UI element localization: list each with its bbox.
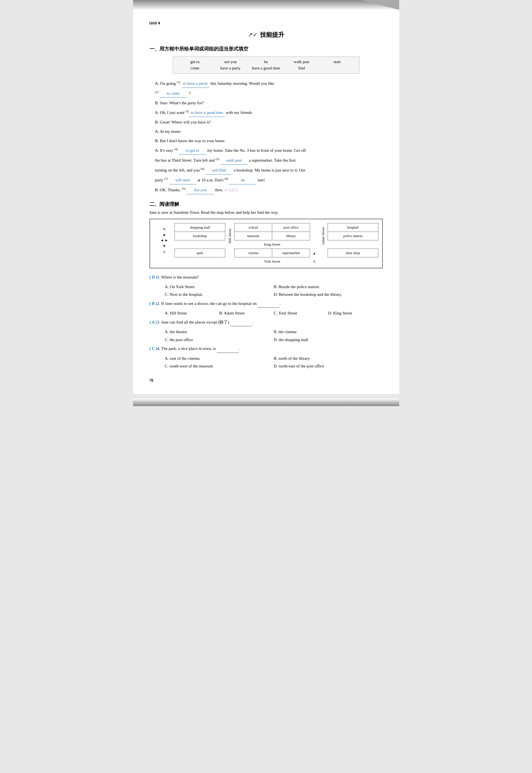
- sup-num-3: (3): [185, 109, 189, 113]
- library-cell: library: [272, 232, 310, 240]
- police-station-cell: police station: [328, 232, 378, 240]
- blank-answer-8: be: [229, 176, 257, 184]
- word-item: [321, 66, 354, 71]
- map-row-2: bookshop museum library police station: [154, 232, 378, 240]
- park-cell: park: [175, 249, 225, 257]
- page-number: 70: [150, 378, 383, 383]
- q3-option-c: C. the post office: [165, 336, 274, 344]
- dialogue-line-a2: A: Oh, I just want (3)to have a good tim…: [150, 108, 383, 117]
- q3-bracket: ( A ): [150, 318, 157, 326]
- q4-option-b: B. north of the library: [274, 355, 383, 362]
- q4-bracket: ( C ): [150, 345, 157, 353]
- hill-street-label: Hill Street: [225, 223, 235, 249]
- dialogue-line-b2: B: Great! Where will you have it?: [150, 118, 383, 126]
- word-item: start: [321, 60, 354, 64]
- shoe-shop-cell: shoe shop: [328, 249, 378, 257]
- shopping-mall-cell: shopping mall: [175, 223, 225, 232]
- compass-cell: N▲◄ ►▼S: [154, 223, 175, 266]
- dialogue-line-a3: A: At my home.: [150, 127, 383, 136]
- q3-option-d: D. the shopping mall: [274, 336, 383, 344]
- title-icon: ↗✓: [248, 31, 259, 38]
- qa-item-2: ( B ) 2. If Jane wants to see a doctor, …: [150, 300, 383, 308]
- word-item: get to: [179, 60, 212, 64]
- map-row-york: York Street A: [154, 257, 378, 266]
- q1-question: 1. Where is the museum?: [157, 273, 383, 281]
- q2-option-c: C. York Street: [274, 309, 328, 317]
- word-item: come: [179, 66, 212, 71]
- word-item: see you: [214, 60, 247, 64]
- blank-answer-3: to have a good time: [189, 108, 225, 117]
- blank-answer-1: to have a party: [181, 79, 209, 88]
- empty-cell3: [175, 257, 225, 266]
- title-text: 技能提升: [260, 31, 284, 38]
- gap-cell2: [225, 249, 235, 257]
- blank-answer-6: will find: [205, 166, 233, 175]
- sup-num-6: (6): [201, 167, 204, 170]
- sup-num-5: (5): [216, 157, 219, 161]
- unit-label: Unit 4: [150, 21, 383, 25]
- empty-cell6: [328, 257, 378, 266]
- page-content: Unit 4 ↗✓ 技能提升 一、用方框中所给单词或词组的适当形式填空 get …: [133, 10, 399, 394]
- dialogue-line-a1: A: I'm going (1) to have a party this Sa…: [150, 79, 383, 88]
- qa-section: ( D ) 1. Where is the museum? A. On York…: [150, 273, 383, 370]
- section1-heading: 一、用方框中所给单词或词组的适当形式填空: [150, 46, 383, 52]
- blank-answer-9: See you: [187, 186, 214, 194]
- bookshop-cell: bookshop: [175, 232, 225, 240]
- q1-option-a: A. On York Street.: [165, 283, 274, 291]
- word-item: have a party: [214, 66, 247, 71]
- dialogue-line-b1: B: Sure. What's the party for?: [150, 99, 383, 107]
- qa-item-3: ( A ) 3. Jane can find all the places ex…: [150, 318, 383, 327]
- arrow-up-cell: ▲: [310, 249, 319, 257]
- dialogue-line-a1-cont: (2) to come ?: [150, 89, 383, 98]
- word-box: get to see you be walk past start come h…: [173, 57, 359, 74]
- dialogue-line-a4-2: the bus at Third Street. Turn left and (…: [150, 156, 383, 165]
- q3-option-b: B. the cinema: [274, 328, 383, 336]
- q1-option-b: B. Beside the police station.: [274, 283, 383, 291]
- blank-answer-5: walk past: [220, 156, 248, 165]
- section2-heading: 二、阅读理解: [150, 201, 383, 207]
- dialogue-line-a4-3: turning on the left, and you (6) will fi…: [150, 166, 383, 175]
- q4-question: 4. The park, a nice place in town, is .: [157, 345, 383, 353]
- sup-num-8: (8): [225, 177, 228, 180]
- q1-options: A. On York Street. B. Beside the police …: [150, 283, 383, 299]
- museum-cell: museum: [234, 232, 272, 240]
- blank-answer-4: to get to: [179, 146, 206, 155]
- dialogue-line-b4: B: OK. Thanks. (9) See you then. 作业精灵: [150, 185, 383, 194]
- word-item: walk past: [285, 60, 318, 64]
- sup-num-7: (7): [164, 177, 168, 180]
- header-triangle: [361, 0, 399, 10]
- york-street-label: York Street: [234, 257, 310, 266]
- sup-num: (1): [177, 80, 180, 84]
- dialogue: A: I'm going (1) to have a party this Sa…: [150, 79, 383, 194]
- watermark: 作业精灵: [224, 188, 238, 192]
- q3-blank: [230, 318, 252, 327]
- q2-options: A. Hill Street B. Adam Street C. York St…: [150, 309, 383, 317]
- word-item: find: [285, 66, 318, 71]
- dialogue-line-b3: B: But I don't know the way to your home…: [150, 137, 383, 145]
- q4-options: A. east of the cinema B. north of the li…: [150, 355, 383, 370]
- cinema-cell: cinema: [234, 249, 272, 257]
- sup-num-4: (4): [174, 147, 178, 151]
- map-intro: Jane is new in Sunshine Town. Read the m…: [150, 210, 383, 215]
- q3-option-a: A. the theatre: [165, 328, 274, 336]
- map-row-3: park cinema supermarket ▲ shoe shop: [154, 249, 378, 257]
- a-label: A: [310, 257, 319, 266]
- school-cell: school: [234, 223, 272, 232]
- compass: N▲◄ ►▼S: [155, 226, 174, 255]
- gap-cell3: [319, 249, 328, 257]
- blank-answer-7: will start: [169, 176, 196, 184]
- empty-cell2: [328, 240, 378, 249]
- king-street-label: King Street: [234, 240, 310, 249]
- sup-num-2: (2): [155, 90, 159, 94]
- q3-question: 3. Jane can find all the places except (…: [157, 318, 383, 327]
- qa-item-1: ( D ) 1. Where is the museum?: [150, 273, 383, 281]
- supermarket-cell: supermarket: [272, 249, 310, 257]
- gap-cell: [310, 223, 319, 249]
- q4-option-d: D. north-east of the post office: [274, 362, 383, 370]
- dialogue-line-a4: A: It's easy (4) to get to my home. Take…: [150, 146, 383, 155]
- qa-item-4: ( C ) 4. The park, a nice place in town,…: [150, 345, 383, 353]
- post-office-cell: post office: [272, 223, 310, 232]
- q2-question: 2. If Jane wants to see a doctor, she ca…: [157, 300, 383, 308]
- sup-num-9: (9): [182, 187, 185, 190]
- header-bar: [133, 0, 399, 10]
